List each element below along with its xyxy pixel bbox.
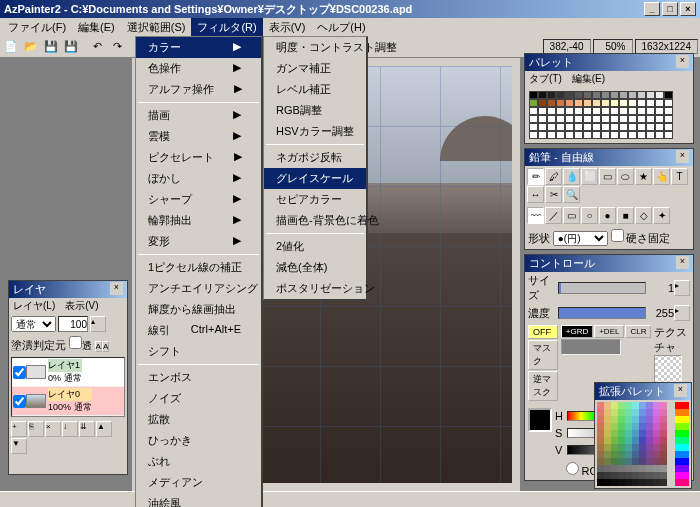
status-coord: 382,-40: [543, 39, 591, 54]
menu-item[interactable]: カラー▶: [136, 37, 261, 58]
menu-item[interactable]: ぼかし▶: [136, 168, 261, 189]
layer-down-icon[interactable]: ▼: [11, 438, 27, 454]
menu-filter[interactable]: フィルタ(R): [191, 18, 262, 36]
texture-preview[interactable]: [654, 355, 682, 383]
layer-del-icon[interactable]: ×: [45, 421, 61, 437]
menu-item[interactable]: レベル補正: [264, 79, 366, 100]
menu-item[interactable]: アルファ操作▶: [136, 79, 261, 100]
menu-help[interactable]: ヘルプ(H): [311, 18, 371, 36]
tool-icon[interactable]: ↔: [527, 186, 544, 203]
redo-icon[interactable]: ↷: [108, 38, 126, 56]
opacity-input[interactable]: [58, 316, 88, 332]
layer-up-icon[interactable]: ▲: [96, 421, 112, 437]
menu-item[interactable]: 輝度から線画抽出: [136, 299, 261, 320]
menu-item[interactable]: ネガポジ反転: [264, 147, 366, 168]
menu-select[interactable]: 選択範囲(S): [121, 18, 192, 36]
menu-item[interactable]: ノイズ: [136, 388, 261, 409]
layer-add-icon[interactable]: +: [11, 421, 27, 437]
tool-icon[interactable]: ⬜: [581, 168, 598, 185]
menu-item[interactable]: HSVカラー調整: [264, 121, 366, 142]
menu-item[interactable]: ガンマ補正: [264, 58, 366, 79]
menu-item[interactable]: 雲模▶: [136, 126, 261, 147]
tool-icon[interactable]: ⬭: [617, 168, 634, 185]
tool-icon[interactable]: T: [671, 168, 688, 185]
panel-close-icon[interactable]: ×: [110, 282, 123, 295]
menu-item[interactable]: 輪郭抽出▶: [136, 210, 261, 231]
layer-row[interactable]: レイヤ0100% 通常: [12, 387, 124, 416]
shape-icon[interactable]: ▭: [563, 207, 580, 224]
menu-item[interactable]: ぶれ: [136, 451, 261, 472]
shape-icon[interactable]: ■: [617, 207, 634, 224]
menu-item[interactable]: 油絵風: [136, 493, 261, 507]
layer-panel-menu[interactable]: レイヤ(L) 表示(V): [9, 298, 127, 314]
menu-item[interactable]: シャープ▶: [136, 189, 261, 210]
layer-panel: レイヤ× レイヤ(L) 表示(V) 通常 ▴ 塗潰判定元 透 AA レイヤ10%…: [8, 280, 128, 475]
tool-icon[interactable]: ✂: [545, 186, 562, 203]
menu-item[interactable]: メディアン: [136, 472, 261, 493]
color-submenu-dropdown: 明度・コントラスト調整ガンマ補正レベル補正RGB調整HSVカラー調整ネガポジ反転…: [263, 36, 368, 301]
menu-item[interactable]: エンボス: [136, 367, 261, 388]
shape-icon[interactable]: ◇: [635, 207, 652, 224]
menu-item[interactable]: シフト: [136, 341, 261, 362]
density-slider[interactable]: [558, 307, 646, 319]
menu-item[interactable]: ピクセレート▶: [136, 147, 261, 168]
mask-button[interactable]: マスク: [528, 340, 558, 370]
mask-off-button[interactable]: OFF: [528, 325, 558, 339]
shape-icon[interactable]: ●: [599, 207, 616, 224]
menu-item[interactable]: グレイスケール: [264, 168, 366, 189]
panel-close-icon[interactable]: ×: [676, 55, 689, 68]
minimize-button[interactable]: _: [644, 2, 660, 16]
shape-icon[interactable]: ○: [581, 207, 598, 224]
save-icon[interactable]: 💾: [42, 38, 60, 56]
menu-item[interactable]: 描画色-背景色に着色: [264, 210, 366, 231]
menu-file[interactable]: ファイル(F): [2, 18, 72, 36]
tool-icon[interactable]: ★: [635, 168, 652, 185]
menu-item[interactable]: RGB調整: [264, 100, 366, 121]
layer-row[interactable]: レイヤ10% 通常: [12, 358, 124, 387]
title-text: AzPainter2 - C:¥Documents and Settings¥O…: [4, 2, 644, 17]
tool-icon[interactable]: 👆: [653, 168, 670, 185]
fg-color[interactable]: [528, 408, 552, 432]
menu-item[interactable]: 描画▶: [136, 105, 261, 126]
status-size: 1632x1224: [635, 39, 699, 54]
undo-icon[interactable]: ↶: [88, 38, 106, 56]
shape-icon[interactable]: ／: [545, 207, 562, 224]
menu-item[interactable]: 明度・コントラスト調整: [264, 37, 366, 58]
menu-item[interactable]: 拡散: [136, 409, 261, 430]
alpha-label: 塗潰判定元 透 AA: [9, 334, 127, 355]
menu-item[interactable]: アンチエイリアシング: [136, 278, 261, 299]
tool-icon[interactable]: ▭: [599, 168, 616, 185]
layer-flatten-icon[interactable]: ⇊: [79, 421, 95, 437]
menu-item[interactable]: ポスタリゼーション: [264, 278, 366, 299]
tool-icon[interactable]: 💧: [563, 168, 580, 185]
layer-merge-icon[interactable]: ↓: [62, 421, 78, 437]
menu-view[interactable]: 表示(V): [263, 18, 312, 36]
opacity-up-icon[interactable]: ▴: [90, 316, 106, 332]
menu-item[interactable]: 色操作▶: [136, 58, 261, 79]
blend-mode-select[interactable]: 通常: [11, 316, 56, 332]
revmask-button[interactable]: 逆マスク: [528, 371, 558, 401]
menu-edit[interactable]: 編集(E): [72, 18, 121, 36]
tool-icon[interactable]: 🖊: [545, 168, 562, 185]
tool-icon[interactable]: ✏: [527, 168, 544, 185]
menu-item[interactable]: 2値化: [264, 236, 366, 257]
menu-item[interactable]: セピアカラー: [264, 189, 366, 210]
palette-grid[interactable]: [525, 87, 693, 143]
layer-copy-icon[interactable]: ⎘: [28, 421, 44, 437]
shape-icon[interactable]: 〰: [527, 207, 544, 224]
menu-item[interactable]: ひっかき: [136, 430, 261, 451]
saveas-icon[interactable]: 💾: [62, 38, 80, 56]
shape-icon[interactable]: ✦: [653, 207, 670, 224]
shape-select[interactable]: ●(円): [553, 231, 608, 246]
menu-item[interactable]: 1ピクセル線の補正Ctrl+Alt+S: [136, 257, 261, 278]
size-slider[interactable]: [558, 282, 646, 294]
new-icon[interactable]: 📄: [2, 38, 20, 56]
tool-icon[interactable]: 🔍: [563, 186, 580, 203]
maximize-button[interactable]: □: [662, 2, 678, 16]
mask-color-bar[interactable]: [561, 339, 621, 355]
menu-item[interactable]: 変形▶: [136, 231, 261, 252]
menu-item[interactable]: 線引Ctrl+Alt+E: [136, 320, 261, 341]
open-icon[interactable]: 📂: [22, 38, 40, 56]
close-button[interactable]: ×: [680, 2, 696, 16]
menu-item[interactable]: 減色(全体): [264, 257, 366, 278]
